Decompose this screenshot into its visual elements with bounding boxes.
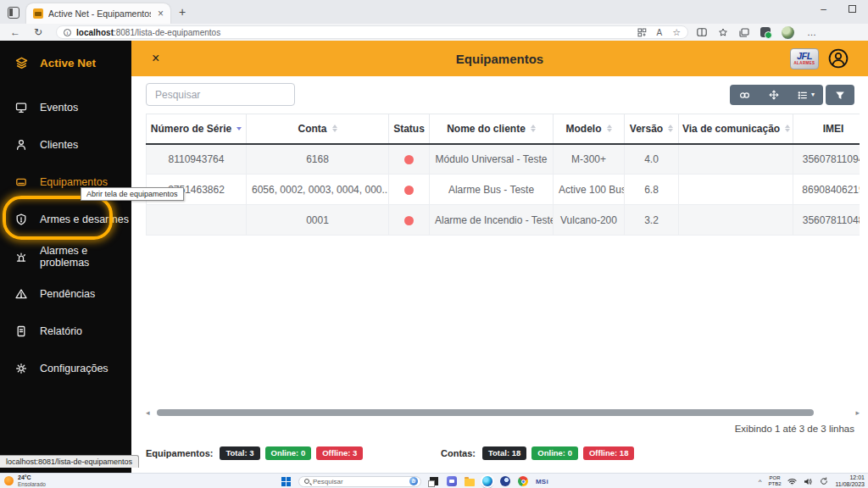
browser-menu-icon[interactable]: …: [807, 27, 817, 37]
equipment-stats-label: Equipamentos:: [146, 448, 213, 458]
sidebar-item-configuracoes[interactable]: Configurações: [0, 350, 131, 387]
brand[interactable]: Active Net: [0, 41, 131, 70]
wifi-icon[interactable]: [787, 478, 797, 485]
msi-app-icon[interactable]: MSi: [536, 478, 548, 485]
cell-status: [389, 205, 430, 236]
language-indicator[interactable]: POR PTB2: [768, 475, 781, 487]
browser-tab[interactable]: Active Net - Equipamentos ×: [26, 3, 170, 24]
start-button[interactable]: [281, 477, 291, 486]
file-explorer-icon[interactable]: [465, 476, 475, 486]
refresh-icon[interactable]: ↻: [34, 26, 42, 38]
sync-icon[interactable]: [820, 477, 828, 485]
sidebar-item-label: Pendências: [40, 288, 95, 300]
cell-cliente: Alarme de Incendio - Teste: [430, 205, 554, 236]
sidebar-item-label: Armes e desarmes: [40, 214, 129, 225]
sidebar-item-eventos[interactable]: Eventos: [0, 89, 131, 126]
url-host: localhost: [76, 28, 114, 37]
clock-date: 11/08/2023: [835, 481, 865, 488]
status-offline-dot: [404, 186, 414, 195]
column-header-conta[interactable]: Conta: [247, 114, 389, 144]
warning-triangle-icon: [14, 287, 28, 301]
device-icon: [14, 175, 28, 189]
search-input[interactable]: [146, 83, 295, 106]
favorites-bar-icon[interactable]: [718, 28, 728, 37]
taskbar: 24°C Ensolarado Pesquisar b MSi ^ POR PT…: [0, 473, 868, 488]
extension-icon[interactable]: [760, 27, 771, 37]
back-icon[interactable]: ←: [10, 26, 20, 38]
screen: Active Net - Equipamentos × + – ← ↻ i lo…: [0, 0, 868, 488]
column-header-status[interactable]: Status: [389, 114, 430, 144]
sidebar-item-label: Clientes: [40, 139, 78, 151]
toggle-columns-button[interactable]: [730, 86, 760, 105]
window-minimize-button[interactable]: –: [821, 5, 826, 14]
tab-actions-icon[interactable]: [8, 7, 19, 19]
filter-funnel-icon: [834, 90, 846, 101]
sidebar-item-label: Relatório: [40, 325, 82, 337]
accounts-stats-label: Contas:: [441, 448, 476, 458]
scroll-right-arrow[interactable]: ▸: [855, 408, 860, 418]
sort-icon: [332, 125, 337, 132]
window-controls: –: [821, 5, 868, 20]
weather-temp: 24°C: [18, 474, 46, 481]
sort-icon: [785, 125, 790, 132]
scroll-left-arrow[interactable]: ◂: [146, 408, 150, 418]
site-info-icon[interactable]: i: [64, 29, 71, 36]
favorite-star-icon[interactable]: ☆: [672, 27, 681, 38]
column-header-numero-serie[interactable]: Número de Série: [147, 114, 247, 144]
chat-app-icon[interactable]: [447, 476, 457, 486]
read-aloud-icon[interactable]: A: [657, 28, 663, 37]
column-header-modelo[interactable]: Modelo: [554, 114, 625, 144]
weather-widget[interactable]: 24°C Ensolarado: [4, 474, 46, 487]
split-screen-icon[interactable]: [697, 28, 707, 36]
sidebar-item-label: Equipamentos: [40, 176, 108, 188]
monitor-icon: [14, 101, 28, 114]
speaker-icon[interactable]: [804, 478, 813, 485]
jfl-logo-text: JFL: [797, 52, 812, 61]
cell-modelo: Active 100 Bus: [554, 175, 625, 205]
user-profile-icon[interactable]: [827, 47, 849, 69]
table-row[interactable]: 2751463862 6056, 0002, 0003, 0004, 000..…: [147, 175, 860, 205]
weather-desc: Ensolarado: [18, 481, 46, 487]
column-header-versao[interactable]: Versão: [625, 114, 679, 144]
filter-button[interactable]: [826, 86, 854, 105]
move-button[interactable]: [760, 85, 788, 105]
apps-grid-icon[interactable]: [637, 28, 647, 37]
taskbar-clock[interactable]: 12:01 11/08/2023: [835, 474, 865, 488]
app-header: × Equipamentos JFL ALARMES: [131, 41, 868, 76]
column-header-imei[interactable]: IMEI: [793, 114, 860, 144]
sidebar-item-relatorio[interactable]: Relatório: [0, 313, 131, 350]
taskbar-search[interactable]: Pesquisar b: [298, 476, 421, 487]
toggle-icon: [738, 90, 751, 101]
horizontal-scrollbar: ◂ ▸: [146, 408, 860, 418]
collections-icon[interactable]: [739, 28, 749, 37]
sidebar-item-armes-e-desarmes[interactable]: Armes e desarmes: [0, 201, 131, 238]
tab-close-icon[interactable]: ×: [156, 8, 165, 19]
sidebar: Active Net Eventos Clientes Equipamentos: [0, 41, 131, 473]
address-bar[interactable]: i localhost:8081/lista-de-equipamentos A…: [56, 25, 688, 39]
language-line1: POR: [768, 475, 781, 481]
sidebar-item-clientes[interactable]: Clientes: [0, 126, 131, 164]
column-header-via-comunicacao[interactable]: Via de comunicação: [679, 114, 793, 144]
edge-browser-icon[interactable]: [482, 476, 492, 486]
window-maximize-button[interactable]: [849, 5, 856, 14]
status-offline-dot: [404, 216, 414, 225]
profile-avatar[interactable]: [782, 26, 794, 39]
new-tab-button[interactable]: +: [179, 5, 186, 19]
browser-tabstrip: Active Net - Equipamentos × + –: [0, 0, 868, 24]
tray-chevron-icon[interactable]: ^: [759, 478, 762, 485]
list-view-button[interactable]: ▾: [788, 86, 823, 105]
cell-conta: 6056, 0002, 0003, 0004, 000...: [247, 175, 389, 205]
taskbar-search-placeholder: Pesquisar: [313, 478, 406, 485]
sidebar-item-label: Configurações: [40, 363, 108, 374]
jfl-logo: JFL ALARMES: [790, 48, 819, 69]
sidebar-item-pendencias[interactable]: Pendências: [0, 275, 131, 313]
table-row[interactable]: 0001 Alarme de Incendio - Teste Vulcano-…: [147, 205, 860, 236]
table-row[interactable]: 8110943764 6168 Módulo Universal - Teste…: [147, 144, 860, 175]
column-header-nome-cliente[interactable]: Nome do cliente: [430, 114, 554, 144]
desktop-app-icon[interactable]: [429, 476, 439, 486]
sun-icon: [4, 476, 14, 485]
sidebar-item-alarmes-e-problemas[interactable]: Alarmes e problemas: [0, 238, 131, 275]
browser-app-icon[interactable]: [500, 476, 510, 486]
scrollbar-thumb[interactable]: [157, 409, 814, 416]
chrome-browser-icon[interactable]: [518, 476, 528, 486]
